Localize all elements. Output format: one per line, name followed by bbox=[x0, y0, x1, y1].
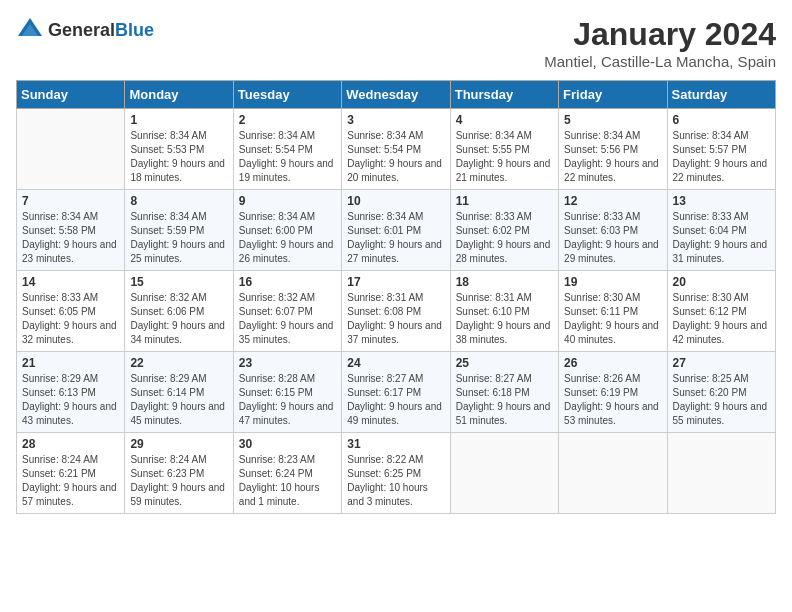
day-number: 26 bbox=[564, 356, 661, 370]
logo: GeneralBlue bbox=[16, 16, 154, 44]
day-info: Sunrise: 8:33 AMSunset: 6:05 PMDaylight:… bbox=[22, 291, 119, 347]
calendar-week-row: 1Sunrise: 8:34 AMSunset: 5:53 PMDaylight… bbox=[17, 109, 776, 190]
weekday-header: Monday bbox=[125, 81, 233, 109]
weekday-header: Thursday bbox=[450, 81, 558, 109]
weekday-header: Tuesday bbox=[233, 81, 341, 109]
month-title: January 2024 bbox=[544, 16, 776, 53]
day-number: 4 bbox=[456, 113, 553, 127]
day-number: 28 bbox=[22, 437, 119, 451]
day-info: Sunrise: 8:34 AMSunset: 5:59 PMDaylight:… bbox=[130, 210, 227, 266]
calendar-cell: 15Sunrise: 8:32 AMSunset: 6:06 PMDayligh… bbox=[125, 271, 233, 352]
calendar-cell: 1Sunrise: 8:34 AMSunset: 5:53 PMDaylight… bbox=[125, 109, 233, 190]
day-number: 6 bbox=[673, 113, 770, 127]
calendar-cell bbox=[559, 433, 667, 514]
day-number: 11 bbox=[456, 194, 553, 208]
calendar-cell: 2Sunrise: 8:34 AMSunset: 5:54 PMDaylight… bbox=[233, 109, 341, 190]
day-info: Sunrise: 8:30 AMSunset: 6:12 PMDaylight:… bbox=[673, 291, 770, 347]
day-number: 23 bbox=[239, 356, 336, 370]
calendar-cell: 6Sunrise: 8:34 AMSunset: 5:57 PMDaylight… bbox=[667, 109, 775, 190]
location-title: Mantiel, Castille-La Mancha, Spain bbox=[544, 53, 776, 70]
calendar-cell: 9Sunrise: 8:34 AMSunset: 6:00 PMDaylight… bbox=[233, 190, 341, 271]
day-number: 21 bbox=[22, 356, 119, 370]
calendar-cell: 21Sunrise: 8:29 AMSunset: 6:13 PMDayligh… bbox=[17, 352, 125, 433]
day-info: Sunrise: 8:32 AMSunset: 6:07 PMDaylight:… bbox=[239, 291, 336, 347]
calendar-cell: 14Sunrise: 8:33 AMSunset: 6:05 PMDayligh… bbox=[17, 271, 125, 352]
day-info: Sunrise: 8:27 AMSunset: 6:17 PMDaylight:… bbox=[347, 372, 444, 428]
calendar-week-row: 7Sunrise: 8:34 AMSunset: 5:58 PMDaylight… bbox=[17, 190, 776, 271]
calendar-cell bbox=[17, 109, 125, 190]
weekday-header: Friday bbox=[559, 81, 667, 109]
day-info: Sunrise: 8:22 AMSunset: 6:25 PMDaylight:… bbox=[347, 453, 444, 509]
day-number: 27 bbox=[673, 356, 770, 370]
day-number: 18 bbox=[456, 275, 553, 289]
day-info: Sunrise: 8:34 AMSunset: 5:54 PMDaylight:… bbox=[347, 129, 444, 185]
day-info: Sunrise: 8:34 AMSunset: 5:55 PMDaylight:… bbox=[456, 129, 553, 185]
day-info: Sunrise: 8:29 AMSunset: 6:13 PMDaylight:… bbox=[22, 372, 119, 428]
day-number: 15 bbox=[130, 275, 227, 289]
day-info: Sunrise: 8:23 AMSunset: 6:24 PMDaylight:… bbox=[239, 453, 336, 509]
day-info: Sunrise: 8:33 AMSunset: 6:03 PMDaylight:… bbox=[564, 210, 661, 266]
page-header: GeneralBlue January 2024 Mantiel, Castil… bbox=[16, 16, 776, 70]
day-number: 8 bbox=[130, 194, 227, 208]
day-info: Sunrise: 8:31 AMSunset: 6:10 PMDaylight:… bbox=[456, 291, 553, 347]
calendar-week-row: 28Sunrise: 8:24 AMSunset: 6:21 PMDayligh… bbox=[17, 433, 776, 514]
calendar-cell: 24Sunrise: 8:27 AMSunset: 6:17 PMDayligh… bbox=[342, 352, 450, 433]
calendar-cell: 16Sunrise: 8:32 AMSunset: 6:07 PMDayligh… bbox=[233, 271, 341, 352]
weekday-header: Wednesday bbox=[342, 81, 450, 109]
calendar-cell: 17Sunrise: 8:31 AMSunset: 6:08 PMDayligh… bbox=[342, 271, 450, 352]
day-number: 29 bbox=[130, 437, 227, 451]
day-info: Sunrise: 8:26 AMSunset: 6:19 PMDaylight:… bbox=[564, 372, 661, 428]
weekday-header: Saturday bbox=[667, 81, 775, 109]
day-number: 14 bbox=[22, 275, 119, 289]
day-info: Sunrise: 8:34 AMSunset: 5:54 PMDaylight:… bbox=[239, 129, 336, 185]
day-number: 12 bbox=[564, 194, 661, 208]
day-info: Sunrise: 8:28 AMSunset: 6:15 PMDaylight:… bbox=[239, 372, 336, 428]
day-number: 30 bbox=[239, 437, 336, 451]
day-number: 20 bbox=[673, 275, 770, 289]
calendar-cell: 11Sunrise: 8:33 AMSunset: 6:02 PMDayligh… bbox=[450, 190, 558, 271]
day-number: 25 bbox=[456, 356, 553, 370]
day-info: Sunrise: 8:30 AMSunset: 6:11 PMDaylight:… bbox=[564, 291, 661, 347]
day-info: Sunrise: 8:34 AMSunset: 5:57 PMDaylight:… bbox=[673, 129, 770, 185]
logo-text-general: General bbox=[48, 20, 115, 40]
calendar-cell: 19Sunrise: 8:30 AMSunset: 6:11 PMDayligh… bbox=[559, 271, 667, 352]
calendar-cell: 10Sunrise: 8:34 AMSunset: 6:01 PMDayligh… bbox=[342, 190, 450, 271]
day-info: Sunrise: 8:34 AMSunset: 5:56 PMDaylight:… bbox=[564, 129, 661, 185]
day-number: 7 bbox=[22, 194, 119, 208]
calendar-cell: 7Sunrise: 8:34 AMSunset: 5:58 PMDaylight… bbox=[17, 190, 125, 271]
day-number: 10 bbox=[347, 194, 444, 208]
day-number: 31 bbox=[347, 437, 444, 451]
day-number: 16 bbox=[239, 275, 336, 289]
day-info: Sunrise: 8:24 AMSunset: 6:21 PMDaylight:… bbox=[22, 453, 119, 509]
calendar-cell: 3Sunrise: 8:34 AMSunset: 5:54 PMDaylight… bbox=[342, 109, 450, 190]
calendar-cell: 22Sunrise: 8:29 AMSunset: 6:14 PMDayligh… bbox=[125, 352, 233, 433]
day-info: Sunrise: 8:24 AMSunset: 6:23 PMDaylight:… bbox=[130, 453, 227, 509]
weekday-header-row: SundayMondayTuesdayWednesdayThursdayFrid… bbox=[17, 81, 776, 109]
calendar-cell: 26Sunrise: 8:26 AMSunset: 6:19 PMDayligh… bbox=[559, 352, 667, 433]
calendar-cell: 12Sunrise: 8:33 AMSunset: 6:03 PMDayligh… bbox=[559, 190, 667, 271]
calendar-cell: 13Sunrise: 8:33 AMSunset: 6:04 PMDayligh… bbox=[667, 190, 775, 271]
day-info: Sunrise: 8:29 AMSunset: 6:14 PMDaylight:… bbox=[130, 372, 227, 428]
day-info: Sunrise: 8:31 AMSunset: 6:08 PMDaylight:… bbox=[347, 291, 444, 347]
day-info: Sunrise: 8:27 AMSunset: 6:18 PMDaylight:… bbox=[456, 372, 553, 428]
day-info: Sunrise: 8:34 AMSunset: 6:00 PMDaylight:… bbox=[239, 210, 336, 266]
day-number: 19 bbox=[564, 275, 661, 289]
title-section: January 2024 Mantiel, Castille-La Mancha… bbox=[544, 16, 776, 70]
calendar-cell: 8Sunrise: 8:34 AMSunset: 5:59 PMDaylight… bbox=[125, 190, 233, 271]
day-number: 24 bbox=[347, 356, 444, 370]
calendar-cell: 28Sunrise: 8:24 AMSunset: 6:21 PMDayligh… bbox=[17, 433, 125, 514]
calendar-cell: 5Sunrise: 8:34 AMSunset: 5:56 PMDaylight… bbox=[559, 109, 667, 190]
calendar-cell: 25Sunrise: 8:27 AMSunset: 6:18 PMDayligh… bbox=[450, 352, 558, 433]
logo-text-blue: Blue bbox=[115, 20, 154, 40]
calendar-week-row: 14Sunrise: 8:33 AMSunset: 6:05 PMDayligh… bbox=[17, 271, 776, 352]
calendar-cell: 29Sunrise: 8:24 AMSunset: 6:23 PMDayligh… bbox=[125, 433, 233, 514]
day-number: 3 bbox=[347, 113, 444, 127]
day-info: Sunrise: 8:34 AMSunset: 5:58 PMDaylight:… bbox=[22, 210, 119, 266]
day-info: Sunrise: 8:32 AMSunset: 6:06 PMDaylight:… bbox=[130, 291, 227, 347]
day-number: 2 bbox=[239, 113, 336, 127]
day-number: 5 bbox=[564, 113, 661, 127]
day-number: 9 bbox=[239, 194, 336, 208]
calendar-cell: 4Sunrise: 8:34 AMSunset: 5:55 PMDaylight… bbox=[450, 109, 558, 190]
calendar-cell bbox=[450, 433, 558, 514]
calendar-cell: 27Sunrise: 8:25 AMSunset: 6:20 PMDayligh… bbox=[667, 352, 775, 433]
